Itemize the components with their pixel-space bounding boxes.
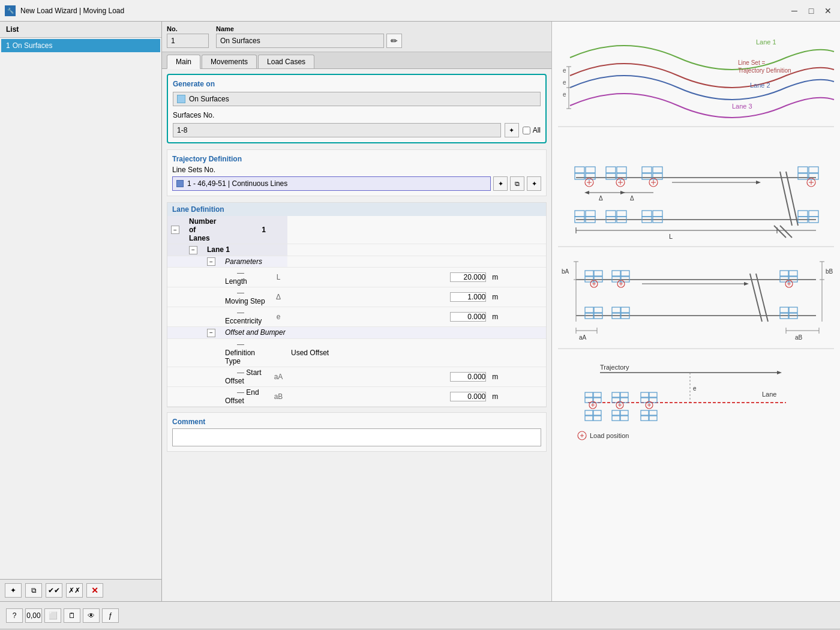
surfaces-input[interactable] [173, 123, 501, 137]
dropdown-color-indicator [177, 95, 185, 103]
svg-rect-146 [612, 410, 620, 415]
new-line-set-button[interactable]: ✦ [493, 176, 508, 191]
delete-item-button[interactable]: ✕ [86, 583, 103, 598]
svg-rect-9 [575, 167, 584, 173]
tab-main[interactable]: Main [167, 55, 200, 69]
expand-offset[interactable]: − [207, 329, 215, 337]
generate-on-title: Generate on [173, 80, 541, 88]
moving-step-label: Moving Step [225, 297, 265, 305]
e-diagram-label: e [693, 385, 697, 392]
no-input[interactable] [167, 34, 209, 48]
bottom-toolbar: ? 0,00 ⬜ 🗒 👁 ƒ [0, 601, 840, 629]
traj-def-diagram-label: Trajectory Definition [738, 67, 791, 74]
svg-rect-102 [612, 307, 620, 313]
svg-rect-39 [575, 211, 584, 217]
sidebar-item-on-surfaces[interactable]: 1 On Surfaces [1, 39, 160, 52]
svg-rect-136 [649, 392, 657, 397]
name-input[interactable] [216, 34, 384, 48]
L-label: L [669, 233, 673, 240]
table-button[interactable]: 🗒 [64, 608, 80, 623]
expand-parameters[interactable]: − [207, 257, 215, 266]
parameters-row: − Parameters [167, 256, 546, 268]
sidebar-header: List [0, 22, 161, 38]
pick-surfaces-button[interactable]: ✦ [505, 123, 519, 137]
generate-on-value: On Surfaces [189, 95, 229, 103]
line-set-diagram-label: Line Set = [738, 59, 765, 66]
moving-step-param: Δ [269, 287, 287, 307]
svg-rect-81 [621, 271, 629, 276]
svg-rect-152 [641, 416, 649, 421]
bA-label: bA [562, 268, 569, 275]
aA-label: aA [579, 334, 587, 341]
generate-on-section: Generate on On Surfaces Surfaces No. ✦ A… [167, 74, 547, 143]
svg-rect-40 [586, 211, 595, 217]
line-sets-select[interactable]: 1 - 46,49-51 | Continuous Lines [172, 176, 491, 191]
tab-movements[interactable]: Movements [202, 55, 257, 68]
formula-button[interactable]: ƒ [102, 608, 119, 623]
content-panel: No. Name ✏ Main Movements Load Cases Gen… [162, 22, 552, 601]
help-button[interactable]: ? [6, 608, 23, 623]
sidebar-item-label: On Surfaces [13, 41, 53, 50]
copy-item-button[interactable]: ⧉ [25, 583, 42, 598]
all-checkbox[interactable] [523, 127, 530, 134]
svg-line-89 [750, 274, 762, 322]
svg-rect-44 [617, 211, 626, 217]
comment-input[interactable] [172, 428, 541, 446]
add-item-button[interactable]: ✦ [5, 583, 22, 598]
svg-rect-151 [649, 410, 657, 415]
end-offset-param: aB [269, 386, 287, 406]
svg-rect-48 [653, 211, 662, 217]
no-label: No. [167, 25, 209, 32]
uncheck-all-button[interactable]: ✗✗ [66, 583, 83, 598]
svg-rect-128 [612, 392, 620, 397]
eccentricity-value[interactable] [287, 307, 490, 327]
end-offset-value[interactable] [287, 386, 490, 406]
delta1-label: Δ [599, 195, 603, 202]
maximize-button[interactable]: □ [804, 5, 818, 17]
length-unit: m [490, 268, 546, 287]
line-sets-value: 1 - 46,49-51 | Continuous Lines [187, 179, 287, 188]
load-markers-mid [585, 271, 797, 322]
eccentricity-label: Eccentricity [225, 317, 262, 325]
end-offset-row: — End Offset aB m [167, 386, 546, 406]
name-label: Name [216, 25, 402, 32]
svg-rect-107 [789, 307, 797, 313]
svg-rect-24 [653, 167, 662, 173]
svg-rect-91 [780, 271, 788, 276]
svg-rect-32 [798, 167, 808, 173]
no-name-bar: No. Name ✏ [162, 22, 551, 52]
units-button[interactable]: 0,00 [25, 608, 42, 623]
length-value[interactable] [287, 268, 490, 287]
svg-line-62 [774, 226, 786, 238]
expand-num-lanes[interactable]: − [171, 226, 179, 234]
expand-lane1[interactable]: − [189, 246, 197, 254]
check-all-button[interactable]: ✔✔ [46, 583, 62, 598]
lane1-label: Lane 1 [203, 244, 269, 256]
eye-button[interactable]: 👁 [83, 608, 100, 623]
e1-label: e [563, 67, 566, 74]
moving-step-unit: m [490, 287, 546, 307]
pick-line-set-button[interactable]: ✦ [527, 176, 541, 191]
svg-marker-118 [777, 371, 782, 374]
svg-rect-52 [809, 211, 818, 217]
generate-on-dropdown[interactable]: On Surfaces [173, 92, 541, 106]
all-label: All [533, 126, 541, 134]
eccentricity-param: e [269, 307, 287, 327]
svg-rect-34 [798, 173, 808, 179]
close-button[interactable]: ✕ [821, 5, 835, 17]
moving-step-value[interactable] [287, 287, 490, 307]
lane-definition-section: Lane Definition − Number of Lanes 1 [167, 202, 547, 407]
svg-rect-17 [617, 167, 626, 173]
svg-rect-121 [585, 392, 593, 397]
start-offset-value[interactable] [287, 367, 490, 386]
tab-load-cases[interactable]: Load Cases [258, 55, 314, 68]
view3d-button[interactable]: ⬜ [44, 608, 61, 623]
edit-name-button[interactable]: ✏ [386, 34, 402, 48]
copy-line-set-button[interactable]: ⧉ [510, 176, 524, 191]
end-offset-unit: m [490, 386, 546, 406]
svg-rect-147 [620, 410, 628, 415]
lane2-diagram-label: Lane 2 [750, 82, 770, 89]
minimize-button[interactable]: ─ [787, 5, 802, 17]
start-offset-row: — Start Offset aA m [167, 367, 546, 386]
load-position-legend: Load position [590, 432, 629, 439]
